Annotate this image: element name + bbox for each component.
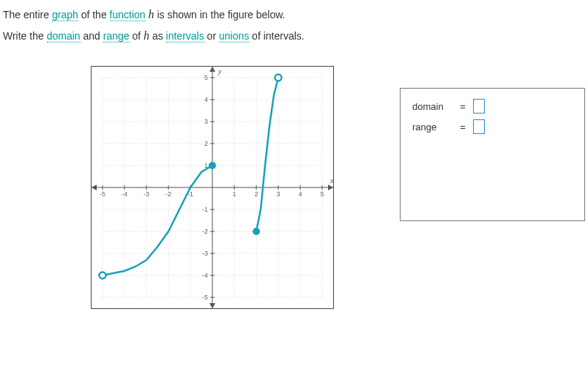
svg-text:5: 5	[320, 190, 324, 198]
range-label: range	[412, 122, 453, 133]
term-intervals[interactable]: intervals	[166, 30, 204, 42]
svg-marker-44	[328, 185, 333, 190]
svg-text:4: 4	[298, 190, 302, 198]
svg-text:-3: -3	[144, 190, 149, 198]
range-row: range =	[412, 119, 573, 134]
svg-text:x: x	[330, 176, 333, 185]
svg-marker-47	[209, 303, 215, 308]
svg-text:-5: -5	[202, 294, 208, 301]
domain-input[interactable]	[473, 99, 485, 114]
equals-sign: =	[458, 122, 467, 133]
term-domain[interactable]: domain	[47, 30, 81, 42]
svg-text:3: 3	[204, 118, 208, 125]
term-range[interactable]: range	[103, 30, 130, 42]
svg-text:1: 1	[232, 190, 236, 198]
intro-line-2: Write the domain and range of h as inter…	[3, 27, 585, 44]
svg-text:4: 4	[204, 96, 208, 103]
svg-text:-4: -4	[202, 272, 208, 279]
svg-point-71	[209, 163, 215, 168]
svg-text:-2: -2	[165, 190, 171, 198]
svg-point-70	[100, 272, 106, 279]
function-name: h	[149, 8, 155, 21]
svg-marker-45	[92, 185, 97, 190]
svg-text:-4: -4	[122, 190, 127, 198]
svg-text:-2: -2	[202, 228, 208, 235]
svg-text:-5: -5	[100, 190, 105, 198]
graph-panel: -5-5-4-4-3-3-2-2-1-11122334455yx	[91, 66, 334, 309]
equals-sign: =	[458, 101, 467, 112]
graph-svg: -5-5-4-4-3-3-2-2-1-11122334455yx	[92, 67, 333, 308]
svg-point-73	[275, 75, 282, 81]
range-input[interactable]	[473, 119, 485, 134]
term-graph[interactable]: graph	[52, 9, 78, 21]
domain-label: domain	[412, 101, 453, 112]
svg-marker-46	[209, 67, 215, 72]
term-function[interactable]: function	[110, 9, 146, 21]
answer-panel: domain = range =	[400, 88, 585, 221]
svg-text:-3: -3	[202, 250, 208, 257]
svg-text:5: 5	[204, 74, 208, 81]
intro-line-1: The entire graph of the function h is sh…	[3, 6, 585, 23]
svg-point-72	[253, 228, 259, 234]
svg-text:2: 2	[204, 140, 208, 147]
term-unions[interactable]: unions	[219, 30, 249, 42]
domain-row: domain =	[412, 99, 573, 114]
svg-text:2: 2	[254, 190, 258, 198]
svg-text:3: 3	[276, 190, 280, 198]
svg-text:-1: -1	[202, 206, 208, 213]
svg-text:y: y	[217, 67, 222, 75]
